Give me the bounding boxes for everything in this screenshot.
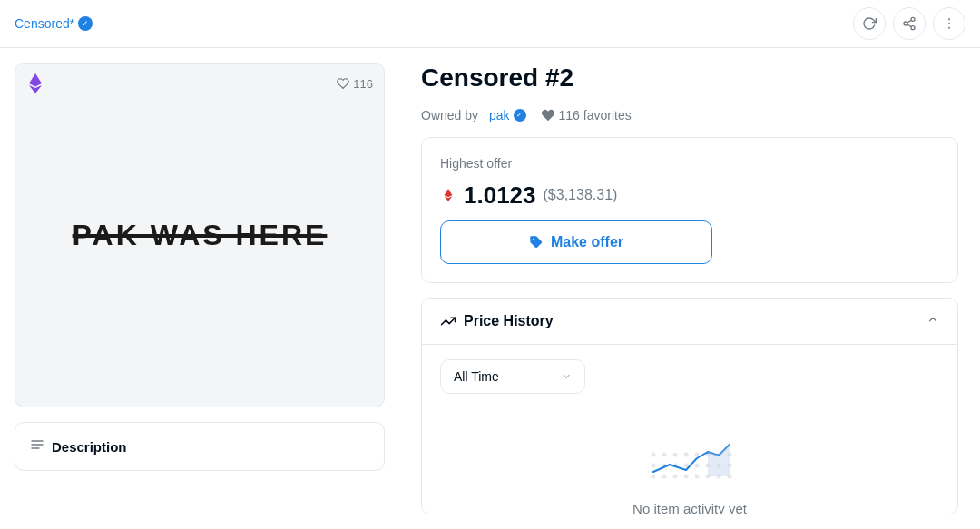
svg-line-4 — [907, 20, 912, 23]
eth-diamond-icon — [440, 187, 456, 203]
price-history-body: All Time — [422, 345, 957, 514]
offer-price-row: 1.0123 ($3,138.31) — [440, 181, 939, 210]
offer-usd: ($3,138.31) — [544, 187, 618, 203]
offer-card: Highest offer 1.0123 ($3,138.31) Make of… — [421, 137, 958, 283]
svg-point-7 — [948, 27, 950, 29]
svg-point-19 — [684, 474, 689, 478]
svg-point-36 — [695, 452, 700, 456]
time-filter-value: All Time — [454, 369, 554, 384]
price-history-label: Price History — [464, 313, 554, 329]
heart-icon — [337, 77, 349, 90]
tag-icon — [529, 235, 544, 250]
collection-link[interactable]: Censored* ✓ — [15, 16, 93, 31]
refresh-icon — [862, 16, 877, 31]
owner-verified-badge: ✓ — [514, 109, 526, 122]
description-icon — [30, 437, 44, 456]
offer-label: Highest offer — [440, 156, 939, 171]
right-panel: Censored #2 Owned by pak ✓ 116 favorites… — [399, 48, 980, 529]
favorites-count-top: 116 — [353, 77, 373, 91]
svg-point-20 — [695, 474, 700, 478]
owned-by: Owned by pak ✓ — [421, 108, 526, 122]
svg-point-24 — [652, 463, 656, 467]
top-bar: Censored* ✓ — [0, 0, 980, 48]
ownership-row: Owned by pak ✓ 116 favorites — [421, 108, 958, 122]
svg-marker-8 — [29, 73, 42, 87]
description-label: Description — [52, 439, 127, 455]
share-icon — [902, 16, 916, 31]
more-button[interactable] — [933, 7, 965, 40]
trend-icon — [440, 313, 456, 329]
share-button[interactable] — [893, 7, 926, 40]
chart-placeholder — [644, 426, 735, 490]
collection-name-text: Censored* — [15, 16, 74, 31]
price-history-title: Price History — [440, 313, 554, 329]
svg-point-34 — [673, 452, 678, 456]
svg-point-33 — [662, 452, 667, 456]
owned-by-label: Owned by — [421, 108, 478, 122]
nft-censored-text: PAK WAS HERE — [73, 219, 328, 252]
chevron-up-icon — [926, 313, 939, 328]
eth-logo-icon — [26, 74, 44, 93]
nft-title: Censored #2 — [421, 63, 958, 93]
heart-icon-filled — [541, 108, 555, 122]
price-history-header[interactable]: Price History — [422, 299, 957, 345]
svg-point-17 — [662, 474, 667, 478]
time-filter-select[interactable]: All Time — [440, 359, 585, 394]
favorites-top-badge: 116 — [337, 77, 373, 91]
svg-point-16 — [652, 474, 656, 478]
favorites-count-text: 116 favorites — [559, 108, 632, 122]
collection-verified-badge: ✓ — [78, 16, 93, 31]
description-section: Description — [15, 422, 385, 471]
left-panel: 116 PAK WAS HERE Description — [0, 48, 399, 529]
price-history-section: Price History All Time — [421, 298, 958, 514]
svg-marker-40 — [708, 452, 719, 476]
main-content: 116 PAK WAS HERE Description Censored #2… — [0, 48, 980, 529]
top-bar-left: Censored* ✓ — [15, 16, 93, 31]
svg-point-28 — [695, 463, 700, 467]
svg-marker-13 — [445, 189, 453, 197]
make-offer-button[interactable]: Make offer — [440, 220, 712, 264]
nft-top-bar: 116 — [26, 74, 373, 93]
svg-point-6 — [948, 23, 950, 24]
svg-point-18 — [673, 474, 678, 478]
make-offer-label: Make offer — [551, 234, 623, 250]
svg-point-35 — [684, 452, 689, 456]
svg-point-32 — [652, 452, 656, 456]
favorites-count: 116 favorites — [541, 108, 632, 122]
owner-link[interactable]: pak — [489, 108, 510, 122]
no-activity-text: No item activity yet — [632, 501, 747, 514]
svg-line-3 — [907, 24, 912, 27]
offer-price: 1.0123 — [464, 181, 536, 210]
empty-chart-svg — [644, 426, 735, 490]
nft-image-container: 116 PAK WAS HERE — [15, 63, 385, 407]
no-activity-area: No item activity yet — [440, 408, 939, 514]
more-icon — [942, 16, 956, 31]
refresh-button[interactable] — [853, 7, 886, 40]
top-bar-right — [853, 7, 965, 40]
svg-point-5 — [948, 18, 950, 20]
chevron-down-icon — [561, 371, 572, 382]
